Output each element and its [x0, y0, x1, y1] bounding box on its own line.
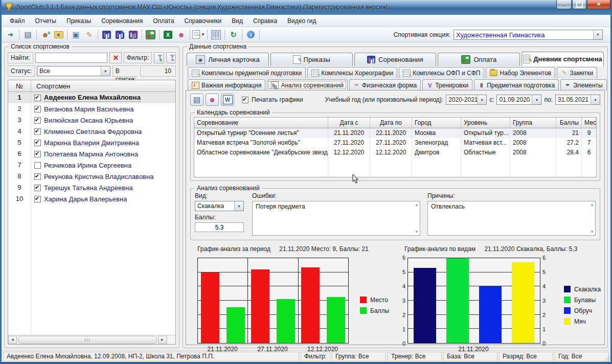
tab-0[interactable]: Личная карточка — [187, 53, 269, 66]
column-header[interactable]: Дата с — [328, 118, 370, 128]
score-input[interactable] — [195, 222, 244, 232]
athlete-checkbox[interactable] — [34, 95, 41, 101]
athlete-row[interactable]: 1Авдеенко Елена Михайловна — [8, 92, 175, 103]
stats-chart-button[interactable] — [127, 29, 140, 41]
athlete-card-button[interactable] — [206, 94, 219, 106]
athlete-checkbox[interactable] — [34, 106, 41, 112]
remove-filter-button[interactable]: − — [166, 52, 176, 63]
add-athlete-button[interactable] — [39, 29, 52, 41]
subtab-0[interactable]: Комплексы предметной подготовки — [188, 67, 306, 78]
find-input[interactable] — [35, 53, 107, 63]
maximize-button[interactable] — [572, 0, 586, 9]
payment-button[interactable] — [144, 29, 157, 41]
column-header[interactable]: Баллы — [556, 118, 582, 128]
chevron-down-icon[interactable]: ▼ — [477, 95, 486, 104]
menu-item-1[interactable]: Отчеты — [30, 16, 61, 26]
excel-export-button[interactable] — [162, 29, 174, 41]
chevron-down-icon[interactable]: ▼ — [593, 30, 602, 39]
save-button[interactable] — [190, 94, 203, 106]
exit-button[interactable] — [4, 29, 17, 41]
copy-button[interactable] — [70, 29, 82, 41]
column-header[interactable]: Уровень — [461, 118, 510, 128]
subtab-3[interactable]: Набор Элементов — [486, 67, 555, 78]
athlete-checkbox[interactable] — [34, 173, 41, 180]
chevron-down-icon[interactable]: ▼ — [591, 95, 600, 104]
column-header-name[interactable]: Спортсмен — [31, 82, 175, 90]
sport-section-select[interactable]: Художественная Гимнастика ▼ — [454, 30, 603, 40]
scroll-left-icon[interactable]: ◄ — [8, 336, 17, 344]
scrollbar-thumb[interactable] — [18, 336, 157, 344]
tab-4[interactable]: Дневник спортсмена — [522, 52, 604, 66]
scroll-right-icon[interactable]: ► — [158, 336, 167, 344]
list-horizontal-scrollbar[interactable]: ◄ ► — [8, 335, 175, 344]
menu-item-3[interactable]: Соревнования — [96, 16, 148, 26]
column-header[interactable]: Группа — [510, 118, 556, 128]
open-card-button[interactable] — [52, 29, 65, 41]
column-header[interactable]: Дата по — [370, 118, 412, 128]
athlete-checkbox[interactable] — [34, 162, 41, 169]
menu-item-7[interactable]: Справка — [248, 16, 282, 26]
column-header[interactable]: Место — [582, 118, 596, 128]
table-row[interactable]: Матчевая встреча "Золотой ноябрь"27.11.2… — [194, 138, 596, 148]
subtab-1[interactable]: Анализ соревнований — [267, 79, 348, 90]
subtab-2[interactable]: Комплексы ОФП и СФП — [399, 67, 484, 78]
reasons-textarea[interactable]: Отвлеклась ▲ ▼ — [427, 201, 596, 236]
column-header-num[interactable]: № — [8, 81, 31, 92]
table-row[interactable]: Открытый турнир "Осенние листья"21.11.20… — [194, 128, 596, 138]
scroll-down-icon[interactable]: ▼ — [590, 230, 594, 234]
clear-search-button[interactable]: ✕ — [109, 52, 122, 63]
save-button[interactable] — [21, 29, 34, 41]
athlete-row[interactable]: 7Резчикова Ирина Сергеевна — [8, 160, 175, 171]
print-graphs-checkbox[interactable] — [242, 97, 248, 103]
menu-item-5[interactable]: Справочники — [179, 16, 227, 26]
add-competition-button[interactable] — [114, 29, 126, 41]
athlete-row[interactable]: 4Клименко Светлана Федоровна — [8, 126, 175, 137]
scroll-up-icon[interactable]: ▲ — [415, 202, 419, 207]
competitions-chart-button[interactable] — [100, 29, 113, 41]
scroll-down-icon[interactable]: ▼ — [415, 230, 419, 234]
menu-item-2[interactable]: Приказы — [61, 16, 96, 26]
date-to-select[interactable]: 31.05.2021 ▼ — [555, 95, 600, 105]
subtab-4[interactable]: Предметная подготовка — [474, 79, 559, 90]
athlete-checkbox[interactable] — [34, 128, 41, 135]
menu-item-0[interactable]: Файл — [5, 16, 30, 26]
column-header[interactable]: Город — [412, 118, 461, 128]
athlete-row[interactable]: 2Веганова Мария Васильевна — [8, 103, 175, 115]
scroll-up-icon[interactable]: ▲ — [590, 202, 594, 207]
kind-select[interactable]: Скакалка ▼ — [195, 201, 244, 211]
menu-item-6[interactable]: Вид — [226, 16, 248, 26]
chevron-down-icon[interactable]: ▼ — [234, 201, 243, 211]
subtab-0[interactable]: Важная информация — [188, 79, 265, 90]
athlete-row[interactable]: 5Маркина Валерия Дмитриевна — [8, 137, 175, 148]
tab-2[interactable]: Соревнования — [354, 53, 437, 66]
resize-grip[interactable] — [604, 355, 610, 362]
refresh-button[interactable] — [227, 29, 240, 41]
minimize-button[interactable]: – — [556, 0, 572, 9]
subtab-3[interactable]: Тренировки — [422, 79, 472, 90]
athlete-checkbox[interactable] — [34, 117, 41, 124]
athlete-row[interactable]: 6Полетаева Марина Антоновна — [8, 148, 175, 160]
edit-button[interactable] — [83, 29, 96, 41]
athlete-checkbox[interactable] — [34, 151, 41, 157]
grid-button[interactable] — [210, 29, 222, 41]
chevron-down-icon[interactable]: ▼ — [201, 32, 205, 37]
status-select[interactable]: Все ▼ — [37, 66, 110, 76]
athlete-checkbox[interactable] — [34, 140, 41, 146]
subtab-2[interactable]: Физическая форма — [349, 79, 421, 90]
menu-item-4[interactable]: Оплата — [148, 16, 179, 26]
athlete-row[interactable]: 8Рекунова Кристина Владиславовна — [8, 171, 175, 182]
info-button[interactable] — [244, 29, 257, 41]
menu-item-8[interactable]: Видео гид — [282, 16, 321, 26]
table-row[interactable]: Областное соревнование "Декабрьские звез… — [194, 148, 596, 157]
athlete-row[interactable]: 10Харина Дарья Валерьевна — [8, 193, 175, 204]
chevron-down-icon[interactable]: ▼ — [532, 95, 541, 104]
subtab-5[interactable]: Элементы — [560, 79, 607, 90]
athlete-row[interactable]: 3Вилюйская Оксана Юрьевна — [8, 115, 175, 126]
period-select[interactable]: 2020-2021 ▼ — [446, 95, 487, 105]
chevron-down-icon[interactable]: ▼ — [101, 66, 110, 76]
athlete-checkbox[interactable] — [34, 185, 41, 191]
word-button[interactable] — [221, 94, 234, 106]
athlete-row[interactable]: 9Терешук Татьяна Андреевна — [8, 182, 175, 193]
date-from-select[interactable]: 01.09.2020 ▼ — [496, 95, 541, 105]
athlete-card-button[interactable] — [175, 29, 188, 41]
